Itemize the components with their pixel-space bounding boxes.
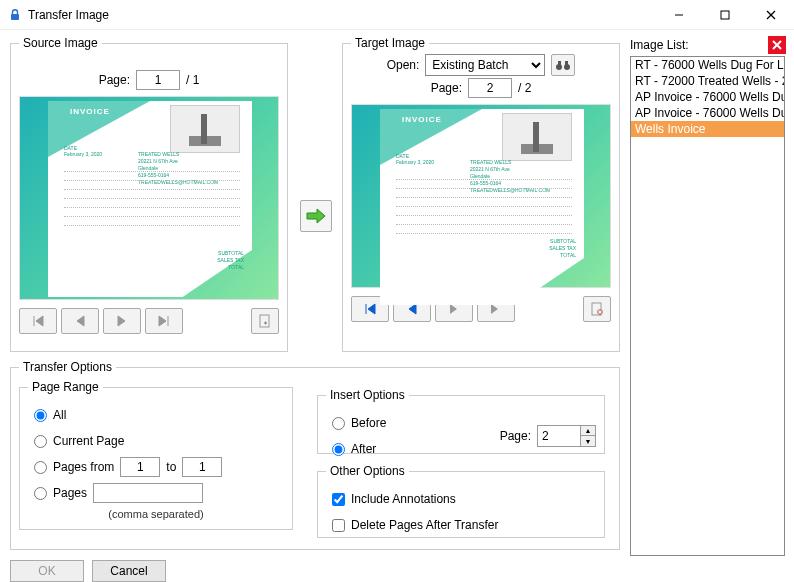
target-page-label: Page: (431, 81, 462, 95)
source-preview-heading: INVOICE (70, 107, 110, 116)
other-options-group: Other Options Include Annotations Delete… (317, 464, 605, 538)
target-remove-page-button[interactable] (583, 296, 611, 322)
titlebar: Transfer Image (0, 0, 794, 30)
image-list-close-button[interactable] (768, 36, 786, 54)
image-list-item[interactable]: RT - 76000 Wells Dug For Less - 20 (631, 57, 784, 73)
page-range-all[interactable]: All (34, 404, 284, 426)
page-range-hint: (comma separated) (28, 508, 284, 520)
target-open-label: Open: (387, 58, 420, 72)
spin-down-icon[interactable]: ▼ (581, 436, 595, 446)
target-preview: INVOICE DATEFebruary 3, 2020 TREATED WEL… (351, 104, 611, 288)
transfer-options-group: Transfer Options Page Range All Current … (10, 360, 620, 550)
source-page-label: Page: (99, 73, 130, 87)
svg-rect-9 (565, 61, 568, 65)
include-annotations[interactable]: Include Annotations (332, 488, 596, 510)
source-image-group: Source Image Page: / 1 INVOICE DATEFebru… (10, 36, 288, 352)
target-legend: Target Image (351, 36, 429, 50)
close-button[interactable] (748, 0, 794, 30)
transfer-options-legend: Transfer Options (19, 360, 116, 374)
spin-up-icon[interactable]: ▲ (581, 426, 595, 436)
insert-page-label: Page: (500, 429, 531, 443)
source-nav-next[interactable] (103, 308, 141, 334)
cancel-button[interactable]: Cancel (92, 560, 166, 582)
image-list-item[interactable]: RT - 72000 Treated Wells - 2020-F (631, 73, 784, 89)
ok-button[interactable]: OK (10, 560, 84, 582)
page-range-to-input[interactable] (182, 457, 222, 477)
insert-before[interactable]: Before (332, 412, 500, 434)
window-title: Transfer Image (28, 8, 109, 22)
source-page-input[interactable] (136, 70, 180, 90)
page-range-legend: Page Range (28, 380, 103, 394)
page-range-group: Page Range All Current Page Pages from t… (19, 380, 293, 530)
page-range-from-input[interactable] (120, 457, 160, 477)
target-page-input[interactable] (468, 78, 512, 98)
lock-icon (8, 8, 22, 22)
svg-rect-2 (721, 11, 729, 19)
source-legend: Source Image (19, 36, 102, 50)
source-nav-last[interactable] (145, 308, 183, 334)
insert-after[interactable]: After (332, 438, 500, 460)
target-image-group: Target Image Open: Existing Batch Page: … (342, 36, 620, 352)
page-range-from[interactable]: Pages from to (34, 456, 284, 478)
transfer-arrow-button[interactable] (300, 200, 332, 232)
image-list-item[interactable]: AP Invoice - 76000 Wells Dug For L (631, 105, 784, 121)
delete-after-transfer[interactable]: Delete Pages After Transfer (332, 514, 596, 536)
other-options-legend: Other Options (326, 464, 409, 478)
image-list-item[interactable]: AP Invoice - 76000 Wells Dug For L (631, 89, 784, 105)
minimize-button[interactable] (656, 0, 702, 30)
page-range-pages[interactable]: Pages (34, 482, 284, 504)
insert-page-spinner[interactable]: ▲▼ (537, 425, 596, 447)
insert-options-legend: Insert Options (326, 388, 409, 402)
insert-options-group: Insert Options Before After Page: (317, 388, 605, 454)
source-nav-first[interactable] (19, 308, 57, 334)
image-list-item[interactable]: Wells Invoice (631, 121, 784, 137)
page-range-current[interactable]: Current Page (34, 430, 284, 452)
maximize-button[interactable] (702, 0, 748, 30)
image-list[interactable]: RT - 76000 Wells Dug For Less - 20RT - 7… (630, 56, 785, 556)
svg-rect-8 (558, 61, 561, 65)
binoculars-icon[interactable] (551, 54, 575, 76)
target-open-select[interactable]: Existing Batch (425, 54, 545, 76)
target-preview-heading: INVOICE (402, 115, 442, 124)
target-page-total: / 2 (518, 81, 531, 95)
source-add-page-button[interactable] (251, 308, 279, 334)
page-range-pages-input[interactable] (93, 483, 203, 503)
insert-page-input[interactable] (538, 426, 580, 446)
svg-rect-0 (11, 14, 19, 20)
source-preview: INVOICE DATEFebruary 3, 2020 TREATED WEL… (19, 96, 279, 300)
image-list-label: Image List: (630, 38, 689, 52)
source-nav-prev[interactable] (61, 308, 99, 334)
svg-rect-5 (260, 315, 269, 327)
source-page-total: / 1 (186, 73, 199, 87)
